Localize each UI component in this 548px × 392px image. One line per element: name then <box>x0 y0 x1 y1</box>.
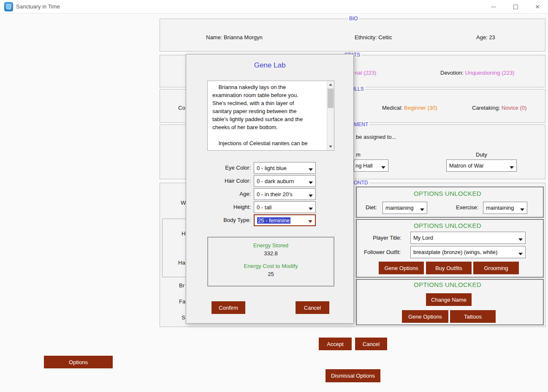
height-value: 0 - tall <box>257 204 271 211</box>
eye-color-label: Eye Color: <box>190 165 251 171</box>
options-button-label: Options <box>69 359 88 365</box>
player-title-value: My Lord <box>413 235 433 241</box>
dropdown-arrow-icon <box>309 208 313 210</box>
player-title-select[interactable]: My Lord <box>410 232 526 244</box>
hair-color-value: 0 - dark auburn <box>257 178 294 184</box>
gene-options-button-2[interactable]: Gene Options <box>402 310 448 323</box>
name-box-header: OPTIONS UNLOCKED <box>414 281 481 288</box>
dropdown-arrow-icon <box>308 220 312 223</box>
hair-color-select[interactable]: 0 - dark auburn <box>254 175 316 187</box>
age-select[interactable]: 0 - in their 20's <box>254 188 316 200</box>
buy-outfits-button-label: Buy Outfits <box>435 265 462 271</box>
diet-select[interactable]: maintaining <box>383 202 427 214</box>
dropdown-arrow-icon <box>381 166 385 169</box>
devotion-stat: Devotion: Unquestioning (223) <box>440 70 515 76</box>
caretaking-label: Caretaking: <box>472 105 500 111</box>
change-name-button[interactable]: Change Name <box>426 293 472 306</box>
player-title-label: Player Title: <box>373 235 402 241</box>
duty-select-value: Matron of War <box>449 162 484 169</box>
diet-label: Diet: <box>366 204 377 211</box>
skills-left-fragment: Co <box>178 105 185 111</box>
covered-label-fa: Fa <box>179 298 185 305</box>
cancel-button-modal-label: Cancel <box>304 305 321 311</box>
covered-label-w: W <box>181 200 186 206</box>
room-label-fragment: m <box>356 151 361 158</box>
maximize-button[interactable] <box>508 1 523 13</box>
diet-box-header: OPTIONS UNLOCKED <box>414 190 481 197</box>
gene-lab-description-text: Brianna nakedly lays on the examination … <box>212 83 312 149</box>
scroll-up-button[interactable] <box>327 81 334 88</box>
exercise-select-value: maintaining <box>486 205 514 211</box>
cancel-button-footer-label: Cancel <box>363 341 380 347</box>
tattoos-button-label: Tattoos <box>464 314 482 320</box>
maximize-icon <box>513 5 518 9</box>
gene-lab-dialog: Gene Lab Brianna nakedly lays on the exa… <box>186 54 354 324</box>
bio-name: Name: Brianna Morgyn <box>206 34 263 41</box>
energy-cost-label: Energy Cost to Modify <box>208 263 334 269</box>
bio-ethnicity: Ethnicity: Celtic <box>355 34 392 41</box>
app-icon <box>4 2 13 11</box>
exercise-label: Exercise: <box>456 204 478 211</box>
scrollbar-thumb[interactable] <box>328 89 334 108</box>
height-select[interactable]: 0 - tall <box>254 201 316 213</box>
covered-label-ha: Ha <box>178 260 185 266</box>
options-button[interactable]: Options <box>44 356 113 368</box>
covered-label-h: H <box>182 230 185 237</box>
accept-button[interactable]: Accept <box>319 338 352 350</box>
body-type-value: 25 - feminine <box>257 217 290 224</box>
scroll-down-button[interactable] <box>327 143 334 150</box>
energy-info-box: Energy Stored 332.8 Energy Cost to Modif… <box>207 237 334 287</box>
energy-stored-value: 332.8 <box>208 250 334 257</box>
gene-options-button[interactable]: Gene Options <box>379 262 424 274</box>
follower-outfit-label: Follower Outfit: <box>364 249 401 255</box>
title-box-header: OPTIONS UNLOCKED <box>414 222 481 229</box>
dropdown-arrow-icon <box>309 181 313 184</box>
caretaking-value: Novice (0) <box>502 105 526 111</box>
accept-button-label: Accept <box>327 341 344 347</box>
bio-age: Age: 23 <box>476 34 495 41</box>
gene-options-button-2-label: Gene Options <box>408 314 442 320</box>
dropdown-arrow-icon <box>518 238 523 241</box>
devotion-label: Devotion: <box>440 70 464 76</box>
gene-lab-title: Gene Lab <box>186 61 353 70</box>
medical-skill: Medical: Beginner (30) <box>382 105 437 111</box>
follower-outfit-select[interactable]: breastplate (bronze) (wings, white) <box>410 246 526 258</box>
medical-value: Beginner (30) <box>404 105 437 111</box>
scrollbar[interactable] <box>327 81 334 150</box>
minimize-button[interactable]: — <box>486 1 501 13</box>
body-type-label: Body Type: <box>190 217 251 223</box>
duty-select[interactable]: Matron of War <box>446 160 517 172</box>
dropdown-arrow-icon <box>520 208 524 211</box>
exercise-select[interactable]: maintaining <box>483 202 527 214</box>
scroll-up-icon <box>329 84 332 86</box>
dismissal-options-button[interactable]: Dismissal Options <box>326 369 380 382</box>
medical-label: Medical: <box>382 105 402 111</box>
gene-lab-description[interactable]: Brianna nakedly lays on the examination … <box>207 81 334 151</box>
confirm-button[interactable]: Confirm <box>212 301 245 314</box>
change-name-button-label: Change Name <box>431 297 467 303</box>
age-value: 0 - in their 20's <box>257 191 293 197</box>
hair-color-label: Hair Color: <box>190 178 251 184</box>
duty-label: Duty <box>476 151 487 158</box>
age-label: Age: <box>190 191 251 197</box>
diet-select-value: maintaining <box>385 205 414 211</box>
grooming-button-label: Grooming <box>484 265 508 271</box>
eye-color-select[interactable]: 0 - light blue <box>254 162 316 174</box>
grooming-button[interactable]: Grooming <box>473 262 519 274</box>
cancel-button-footer[interactable]: Cancel <box>355 338 387 350</box>
energy-stored-label: Energy Stored <box>208 242 334 249</box>
room-select[interactable]: ng Hall <box>354 160 388 172</box>
stats-left-fragment: nal (223) <box>355 70 376 76</box>
gene-options-button-label: Gene Options <box>384 265 418 271</box>
buy-outfits-button[interactable]: Buy Outfits <box>426 262 472 274</box>
tattoos-button[interactable]: Tattoos <box>450 310 496 323</box>
dismissal-options-button-label: Dismissal Options <box>331 373 375 379</box>
body-type-select[interactable]: 25 - feminine <box>254 214 316 226</box>
window-title: Sanctuary in Time <box>16 3 60 10</box>
close-button[interactable]: ✕ <box>530 1 545 13</box>
cancel-button-modal[interactable]: Cancel <box>296 301 329 314</box>
devotion-value: Unquestioning (223) <box>465 70 515 76</box>
eye-color-value: 0 - light blue <box>257 165 287 171</box>
confirm-button-label: Confirm <box>219 305 238 311</box>
dropdown-arrow-icon <box>420 208 424 211</box>
